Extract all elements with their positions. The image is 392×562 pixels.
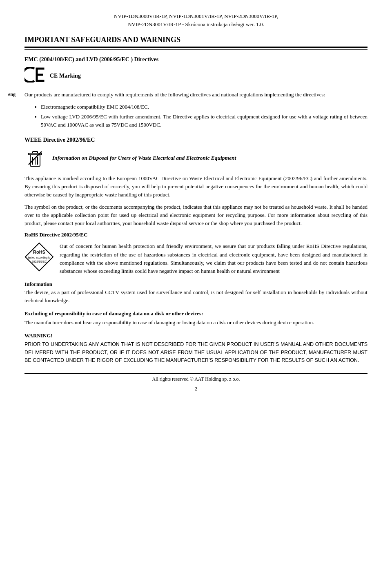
rohs-badge: RoHS tested according to 2002/95/EC xyxy=(24,242,54,272)
ce-label: CE Marking xyxy=(50,73,81,79)
bullet-item-2: Low voltage LVD 2006/95/EC with further … xyxy=(41,113,368,129)
weee-text2: The symbol on the product, or the docume… xyxy=(24,203,368,227)
header-title: NVIP-1DN3000V/IR-1P, NVIP-1DN3001V/IR-1P… xyxy=(24,12,368,28)
ce-marking-row: CE Marking xyxy=(24,67,368,85)
svg-text:2002/95/EC: 2002/95/EC xyxy=(32,260,47,263)
information-text: The device, as a part of professional CC… xyxy=(24,288,368,305)
thick-divider xyxy=(24,47,368,48)
footer-row: All rights reserved © AAT Holding sp. z … xyxy=(24,376,368,382)
rohs-text: Out of concern for human health protecti… xyxy=(60,242,368,275)
svg-text:tested according to: tested according to xyxy=(28,256,51,259)
svg-text:RoHS: RoHS xyxy=(33,250,45,254)
intro-block: eng Our products are manufactured to com… xyxy=(24,91,368,129)
bullet-list: Electromagnetic compatibility EMC 2004/1… xyxy=(41,103,368,129)
eng-label: eng xyxy=(8,91,16,98)
rohs-title: RoHS Directive 2002/95/EC xyxy=(24,232,368,238)
rohs-section: RoHS tested according to 2002/95/EC Out … xyxy=(24,242,368,275)
weee-info-label: Information on Disposal for Users of Was… xyxy=(52,155,236,161)
warning-title: WARNING! xyxy=(24,332,368,339)
main-title: IMPORTANT SAFEGUARDS AND WARNINGS xyxy=(24,36,368,44)
intro-text: Our products are manufactured to comply … xyxy=(24,91,368,99)
excluding-title: Excluding of responsibility in case of d… xyxy=(24,310,368,317)
information-label: Information xyxy=(24,281,368,288)
weee-title: WEEE Directive 2002/96/EC xyxy=(24,137,368,143)
weee-icon xyxy=(24,147,46,169)
header-line2: NVIP-2DN3001V/IR-1P - Skrócona instrukcj… xyxy=(128,21,264,27)
excluding-text: The manufacturer does not bear any respo… xyxy=(24,319,368,327)
footer-line xyxy=(24,373,368,374)
header-line1: NVIP-1DN3000V/IR-1P, NVIP-1DN3001V/IR-1P… xyxy=(114,13,278,19)
emc-title: EMC (2004/108/EC) and LVD (2006/95/EC ) … xyxy=(24,56,368,63)
footer-text: All rights reserved © AAT Holding sp. z … xyxy=(152,376,240,382)
weee-text1: This appliance is marked according to th… xyxy=(24,174,368,199)
page: NVIP-1DN3000V/IR-1P, NVIP-1DN3001V/IR-1P… xyxy=(0,0,392,562)
svg-rect-2 xyxy=(33,152,38,153)
ce-symbol xyxy=(24,67,46,85)
page-number: 2 xyxy=(24,386,368,392)
weee-icon-row: Information on Disposal for Users of Was… xyxy=(24,147,368,169)
thin-divider xyxy=(24,49,368,50)
bullet-item-1: Electromagnetic compatibility EMC 2004/1… xyxy=(41,103,368,111)
warning-text: PRIOR TO UNDERTAKING ANY ACTION THAT IS … xyxy=(24,341,368,364)
